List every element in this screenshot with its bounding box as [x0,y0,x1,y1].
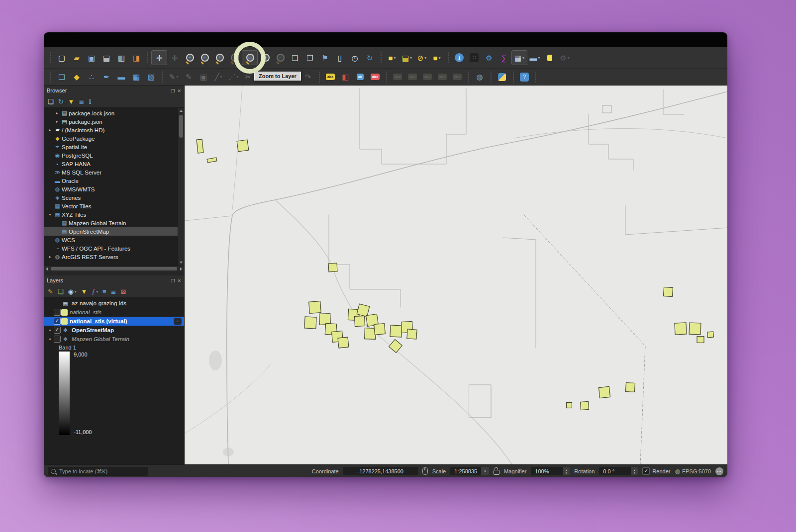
browser-item-postgresql[interactable]: ◉PostgreSQL [44,151,178,160]
crs-button[interactable]: ◍ EPSG:5070 [675,468,711,475]
browser-item-wfs-ogc-api-features[interactable]: ◔WFS / OGC API - Features [44,244,178,253]
scale-dropdown-arrow[interactable]: ▾ [481,467,489,475]
browser-vertical-scrollbar[interactable] [178,108,184,266]
show-layout-manager-button[interactable]: ▥ [114,51,129,65]
select-by-location-button[interactable]: ■▾ [429,51,444,65]
browser-item-arcgis-rest-servers[interactable]: ▸◍ArcGIS REST Servers [44,253,178,261]
zoom-out-button[interactable]: − [197,51,212,65]
new-spatial-bookmark-button[interactable]: ⚑ [317,51,332,65]
new-3d-map-view-button[interactable]: ❐ [302,51,317,65]
zoom-in-button[interactable]: + [182,51,197,65]
expander-icon[interactable]: ▸ [47,255,53,259]
filter-browser-button[interactable]: ▼ [68,98,75,105]
vertex-tool-dropdown-arrow[interactable]: ▾ [236,75,238,79]
python-console-button[interactable] [495,71,509,84]
scroll-left-icon[interactable] [44,266,50,271]
filter-legend-by-expression-dropdown-arrow[interactable]: ▾ [97,290,99,293]
locator-input[interactable] [58,468,145,475]
select-features-by-value-button[interactable]: ▤▾ [399,51,414,65]
layer-visibility-checkbox[interactable] [54,336,61,343]
deselect-features-dropdown-arrow[interactable]: ▾ [424,56,426,60]
select-features-dropdown-arrow[interactable]: ▾ [394,56,396,60]
browser-properties-button[interactable]: ℹ [89,98,91,105]
select-by-location-dropdown-arrow[interactable]: ▾ [439,56,441,60]
messages-icon[interactable]: ⋯ [715,467,723,475]
add-group-button[interactable]: ❏ [58,288,64,295]
collapse-all-layers-button[interactable]: ≣ [111,288,116,295]
expander-icon[interactable]: ▸ [54,119,60,124]
filter-legend-by-expression-button[interactable]: ƒ▾ [92,288,98,295]
layer-visibility-checkbox[interactable] [54,309,61,316]
browser-item-vector-tiles[interactable]: ▦Vector Tiles [44,202,178,210]
metasearch-button[interactable]: ◍ [472,71,487,84]
mouse-extent-toggle-icon[interactable] [422,467,428,475]
expand-all-layers-button[interactable]: ≡ [102,288,106,295]
temporal-controller-button[interactable]: ◷ [347,51,362,65]
browser-item-package-json[interactable]: ▸▤package.json [44,117,178,126]
new-mesh-layer-button[interactable]: ▧ [144,71,159,84]
close-panel-icon[interactable]: ✕ [177,89,181,93]
map-canvas[interactable] [185,86,727,464]
browser-item-package-lock-json[interactable]: ▸▤package-lock.json [44,109,178,117]
run-feature-action-button[interactable]: ∷ [467,51,482,65]
open-project-button[interactable]: ▰ [69,51,84,65]
scroll-up-icon[interactable] [178,108,184,114]
filter-legend-button[interactable]: ▼ [81,288,87,295]
layer-visibility-checkbox[interactable]: ✓ [54,318,61,325]
browser-item-xyz-tiles[interactable]: ▾▦XYZ Tiles [44,210,178,219]
magnifier-spinbox[interactable]: 100% ▴▾ [531,467,570,475]
new-virtual-layer-button[interactable]: ▦ [129,71,144,84]
collapse-all-button[interactable]: ≣ [79,98,84,105]
select-features-button[interactable]: ■▾ [385,51,399,65]
new-temporary-scratch-layer-button[interactable]: ▬ [114,71,129,84]
show-spatial-bookmarks-button[interactable]: ▯ [332,51,347,65]
scroll-right-icon[interactable] [178,266,184,271]
scale-combo[interactable]: 1:258835 ▾ [450,467,489,475]
measure-line-button[interactable]: ▬▾ [527,51,542,65]
close-panel-icon[interactable]: ✕ [177,278,181,283]
layer-item-openstreetmap[interactable]: ▾✓❖OpenStreetMap [44,326,184,335]
layer-item-national-stls-virtual[interactable]: ✓national_stls (virtual)≈ [44,317,184,326]
browser-item-openstreetmap[interactable]: ▦OpenStreetMap [44,227,178,236]
lock-scale-icon[interactable] [494,470,499,475]
scroll-down-icon[interactable] [178,260,184,266]
add-selected-layers-button[interactable]: ❏ [48,98,54,105]
expander-icon[interactable]: ▾ [47,212,53,217]
layer-item-az-navajo-grazing-ids[interactable]: ▦az-navajo-grazing-ids [44,299,184,308]
browser-item-macintosh-hd[interactable]: ▸▰/ (Macintosh HD) [44,126,178,134]
new-print-layout-button[interactable]: ▤ [99,51,114,65]
measure-line-dropdown-arrow[interactable]: ▾ [538,56,540,60]
browser-item-sap-hana[interactable]: ▪SAP HANA [44,160,178,168]
save-project-button[interactable]: ▣ [84,51,99,65]
zoom-full-extent-button[interactable]: ✦ [212,51,227,65]
layer-item-mapzen-global-terrain[interactable]: ▾❖Mapzen Global Terrain [44,335,184,344]
layer-labeling-options-button[interactable]: abc [323,71,338,84]
open-data-source-manager-button[interactable]: ❏ [54,71,69,84]
open-layer-styling-panel-button[interactable]: ✎ [48,288,53,295]
coordinate-field[interactable]: -1278225,1438500 [343,467,418,475]
browser-item-wms-wmts[interactable]: ◍WMS/WMTS [44,185,178,193]
window-titlebar[interactable] [44,32,727,47]
manage-map-themes-dropdown-arrow[interactable]: ▾ [75,290,77,293]
scroll-thumb[interactable] [179,115,183,138]
magnifier-spin-buttons[interactable]: ▴▾ [563,467,570,475]
browser-item-spatialite[interactable]: ✒SpatiaLite [44,143,178,151]
refresh-map-button[interactable]: ↻ [362,51,377,65]
float-panel-icon[interactable]: ❐ [171,278,175,283]
new-map-view-button[interactable]: ❏ [288,51,302,65]
help-contents-button[interactable]: ? [517,71,532,84]
browser-item-geopackage[interactable]: ◆GeoPackage [44,134,178,143]
pin-unpin-labels-button[interactable]: ab [353,71,368,84]
panel-splitter[interactable] [44,271,184,275]
map-actions-dropdown-arrow[interactable]: ▾ [568,56,570,60]
rotation-spin-buttons[interactable]: ▴▾ [631,467,638,475]
browser-item-wcs[interactable]: ◍WCS [44,236,178,244]
expander-icon[interactable]: ▾ [47,337,53,342]
zoom-last-button[interactable]: ◂ [258,51,273,65]
manage-map-themes-button[interactable]: ◉▾ [68,288,77,295]
highlight-pinned-labels-button[interactable]: abc [368,71,383,84]
rotation-spinbox[interactable]: 0.0 ° ▴▾ [599,467,638,475]
layer-diagram-options-button[interactable]: ◧ [338,71,353,84]
select-features-by-value-dropdown-arrow[interactable]: ▾ [410,56,412,60]
browser-item-ms-sql-server[interactable]: ≫MS SQL Server [44,168,178,177]
